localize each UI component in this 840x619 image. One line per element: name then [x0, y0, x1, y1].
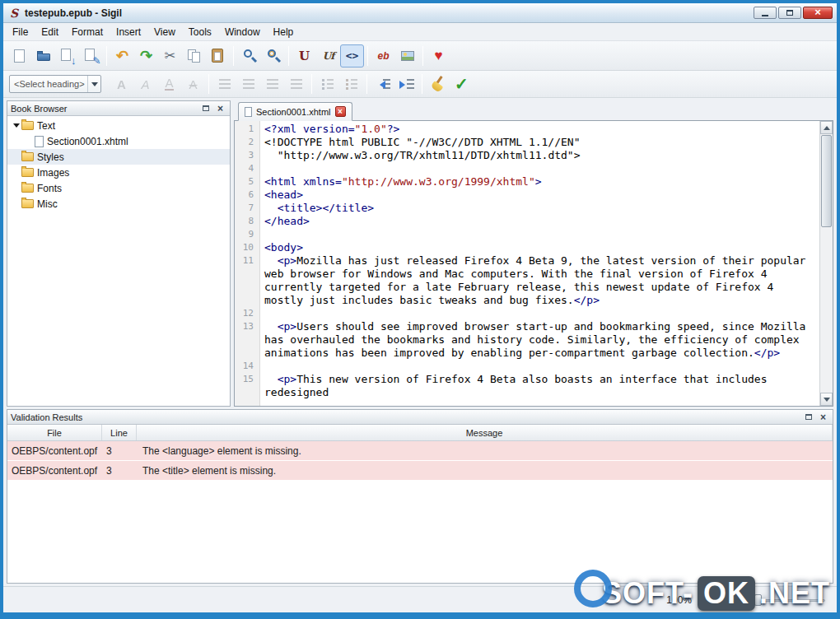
column-header-line[interactable]: Line [102, 425, 137, 440]
code-line[interactable]: 12 [235, 307, 819, 320]
chapter-break-button[interactable] [371, 44, 395, 67]
align-justify-icon [287, 75, 306, 93]
editor-scrollbar[interactable] [819, 121, 833, 406]
float-panel-icon[interactable] [199, 103, 212, 114]
scroll-down-icon[interactable] [820, 393, 833, 406]
code-line[interactable]: 14 [235, 360, 819, 373]
undo-button[interactable] [110, 44, 134, 67]
scrollbar-track[interactable] [820, 134, 833, 393]
code-line[interactable]: 13 <p>Users should see improved browser … [235, 320, 819, 360]
code-line[interactable]: 5<html xmlns="http://www.w3.org/1999/xht… [235, 175, 819, 188]
save-as-button[interactable] [79, 44, 103, 67]
align-left-button[interactable] [212, 72, 236, 95]
numbered-list-button[interactable] [339, 72, 363, 95]
maximize-button[interactable] [778, 7, 801, 19]
code-text [259, 228, 819, 241]
float-panel-icon[interactable] [802, 412, 814, 422]
close-panel-icon[interactable] [214, 103, 226, 114]
tab-close-icon[interactable] [335, 106, 346, 117]
tree-item-styles[interactable]: Styles [7, 149, 230, 165]
scroll-up-icon[interactable] [820, 121, 833, 134]
code-line[interactable]: 11 <p>Mozilla has just released Firefox … [235, 254, 819, 307]
line-number: 5 [235, 175, 259, 188]
bullet-list-button[interactable] [315, 72, 339, 95]
validation-row[interactable]: OEBPS/content.opf3The <language> element… [7, 441, 833, 461]
menu-help[interactable]: Help [267, 24, 301, 40]
clean-source-button[interactable] [426, 72, 450, 95]
align-center-button[interactable] [236, 72, 260, 95]
line-number: 14 [235, 360, 259, 373]
title-bar[interactable]: testepub.epub - Sigil [3, 3, 837, 23]
align-right-button[interactable] [260, 72, 284, 95]
tab-section0001[interactable]: Section0001.xhtml [238, 102, 352, 121]
tree-item-text[interactable]: Text [7, 118, 230, 133]
code-line[interactable]: 6<head> [235, 188, 819, 202]
underline-button[interactable] [157, 72, 181, 95]
validation-row[interactable]: OEBPS/content.opf3The <title> element is… [7, 461, 833, 481]
format-buttons [110, 72, 474, 95]
heading-select[interactable]: <Select heading> [9, 75, 101, 93]
outdent-button[interactable] [371, 72, 394, 95]
split-view-button[interactable] [316, 44, 340, 67]
numbered-list-icon [343, 75, 361, 93]
tree-item-misc[interactable]: Misc [7, 196, 230, 212]
open-folder-button[interactable] [31, 44, 55, 67]
minimize-button[interactable] [754, 7, 777, 19]
find-replace-button[interactable] [261, 44, 285, 67]
menu-edit[interactable]: Edit [35, 24, 65, 40]
cell-message: The <language> element is missing. [137, 445, 833, 457]
menu-window[interactable]: Window [218, 24, 267, 40]
column-header-message[interactable]: Message [137, 425, 833, 440]
cell-line: 3 [102, 465, 137, 477]
align-justify-button[interactable] [284, 72, 308, 95]
code-line[interactable]: 8</head> [235, 215, 819, 228]
editor-area: Section0001.xhtml 1<?xml version="1.0"?>… [234, 100, 833, 407]
validate-button[interactable] [450, 72, 474, 95]
toolbar-separator [366, 74, 367, 94]
cell-file: OEBPS/content.opf [7, 465, 102, 477]
strikethrough-button[interactable] [181, 72, 205, 95]
code-line[interactable]: 7 <title></title> [235, 202, 819, 215]
code-line[interactable]: 1<?xml version="1.0"?> [235, 123, 819, 136]
column-header-file[interactable]: File [7, 425, 102, 440]
insert-image-button[interactable] [395, 44, 419, 67]
code-line[interactable]: 10<body> [235, 241, 819, 254]
code-editor[interactable]: 1<?xml version="1.0"?>2<!DOCTYPE html PU… [235, 121, 819, 406]
cut-button[interactable] [158, 44, 182, 67]
find-button[interactable] [237, 44, 261, 67]
tree-item-fonts[interactable]: Fonts [7, 180, 230, 196]
bold-button[interactable] [110, 72, 133, 95]
copy-button[interactable] [182, 44, 206, 67]
code-line[interactable]: 9 [235, 228, 819, 241]
code-line[interactable]: 15 <p>This new version of Firefox 4 Beta… [235, 373, 819, 399]
underline-icon [161, 75, 179, 93]
menu-tools[interactable]: Tools [182, 24, 218, 40]
close-button[interactable] [803, 7, 833, 19]
scrollbar-thumb[interactable] [821, 135, 832, 227]
clean-source-icon [429, 75, 447, 93]
menu-insert[interactable]: Insert [110, 24, 147, 40]
indent-button[interactable] [394, 72, 418, 95]
paste-button[interactable] [206, 44, 230, 67]
menu-view[interactable]: View [147, 24, 182, 40]
expand-arrow-icon[interactable] [11, 120, 21, 131]
tree-item-section0001-xhtml[interactable]: Section0001.xhtml [7, 133, 230, 149]
line-number: 2 [235, 136, 259, 149]
italic-button[interactable] [133, 72, 157, 95]
menu-format[interactable]: Format [65, 24, 110, 40]
book-view-button[interactable] [292, 44, 316, 67]
menu-file[interactable]: File [6, 24, 35, 40]
save-button[interactable] [55, 44, 79, 67]
donate-button[interactable] [427, 44, 450, 67]
code-line[interactable]: 2<!DOCTYPE html PUBLIC "-//W3C//DTD XHTM… [235, 136, 819, 149]
code-text: <?xml version="1.0"?> [259, 123, 819, 136]
validation-title: Validation Results [11, 412, 800, 422]
code-text: <title></title> [259, 202, 819, 215]
code-view-button[interactable] [340, 44, 364, 67]
new-file-button[interactable] [7, 44, 31, 67]
tree-item-images[interactable]: Images [7, 165, 230, 180]
close-panel-icon[interactable] [817, 412, 829, 422]
code-line[interactable]: 3 "http://www.w3.org/TR/xhtml11/DTD/xhtm… [235, 149, 819, 162]
code-line[interactable]: 4 [235, 162, 819, 175]
redo-button[interactable] [134, 44, 158, 67]
